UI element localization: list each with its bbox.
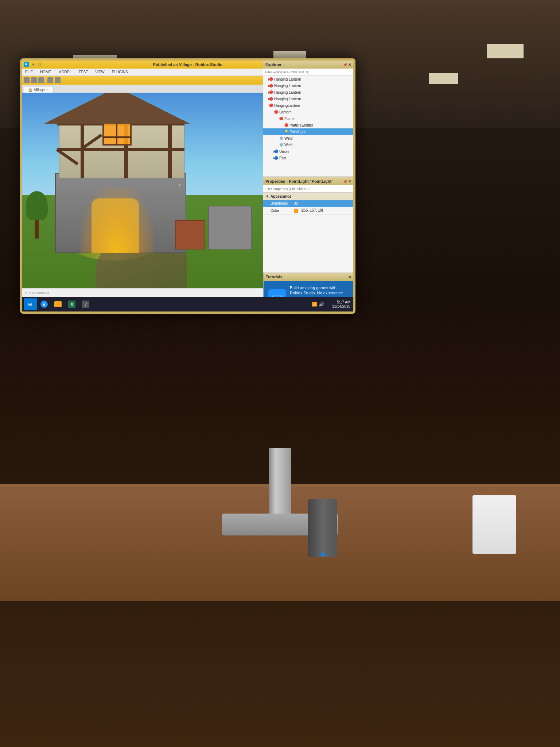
toolbar-icon-4[interactable] bbox=[47, 77, 53, 83]
start-button[interactable]: ⊞ bbox=[24, 298, 37, 310]
explorer-pin-icon[interactable]: 📌 bbox=[343, 63, 347, 67]
tutorials-close-icon[interactable]: ✕ bbox=[348, 275, 351, 279]
cursor-indicator bbox=[179, 185, 181, 187]
taskbar-volume-icon: 🔊 bbox=[319, 302, 324, 307]
tree-item-hanging-lantern-5[interactable]: ▼ 🔴 HangingLantern bbox=[263, 102, 353, 109]
tree-arrow-2: ▶ bbox=[263, 84, 268, 88]
toolbar-icon-3[interactable] bbox=[38, 77, 44, 83]
explorer-tree: ▶ 🔴 Hanging Lantern ▶ 🔴 Hanging Lantern … bbox=[263, 76, 353, 161]
viewport[interactable] bbox=[22, 93, 267, 297]
tab-close-icon[interactable]: ✕ bbox=[46, 88, 49, 92]
taskbar: ⊞ e X ? 📶 🔊 5:17 AM 11/14/2018 bbox=[22, 297, 353, 311]
tree-arrow-3: ▶ bbox=[263, 91, 268, 94]
tree-arrow-4: ▶ bbox=[263, 97, 268, 101]
menu-plugins[interactable]: PLUGINS bbox=[110, 69, 129, 75]
tree-left bbox=[26, 191, 48, 239]
command-input-label[interactable]: Run a command bbox=[25, 291, 49, 295]
menu-file[interactable]: FILE bbox=[24, 69, 34, 75]
explorer-search-input[interactable] bbox=[265, 70, 352, 74]
color-value-text: [255, 157, 19] bbox=[301, 208, 323, 212]
tree-item-point-light[interactable]: 💡 PointLight bbox=[263, 128, 353, 135]
taskbar-time: 5:17 AM bbox=[337, 300, 350, 304]
tree-item-union[interactable]: ▶ 🔵 Union bbox=[263, 148, 353, 155]
ceiling-light-5 bbox=[429, 73, 458, 84]
explorer-panel: Explorer 📌 ✕ ▶ 🔴 Hanging Lantern bbox=[263, 61, 353, 177]
tree-icon-2: 🔴 bbox=[268, 83, 273, 88]
power-adapter bbox=[472, 495, 516, 554]
menu-view[interactable]: VIEW bbox=[94, 69, 106, 75]
monitor-stand-neck bbox=[269, 448, 291, 521]
properties-section-appearance[interactable]: ▼ Appearance bbox=[263, 193, 353, 200]
toolbar-icon-1[interactable] bbox=[24, 77, 30, 83]
properties-close-icon[interactable]: ✕ bbox=[348, 179, 351, 183]
tree-item-hanging-lantern-1[interactable]: ▶ 🔴 Hanging Lantern bbox=[263, 76, 353, 82]
tree-label-6: Lantern bbox=[279, 110, 292, 114]
tree-icon-11: ⚙️ bbox=[279, 142, 284, 147]
tree-item-particle-emitter[interactable]: 🔴 ParticleEmitter bbox=[263, 122, 353, 128]
tree-label-3: Hanging Lantern bbox=[274, 90, 301, 94]
prop-value-color: [255, 157, 19] bbox=[292, 208, 353, 213]
toolbar-icon-5[interactable] bbox=[55, 77, 61, 83]
tab-village[interactable]: 🏠 Village ✕ bbox=[24, 87, 54, 93]
prop-row-color[interactable]: Color [255, 157, 19] bbox=[263, 207, 353, 214]
roblox-logo: R bbox=[24, 62, 29, 67]
bg-building-1 bbox=[208, 206, 252, 249]
explorer-search-bar[interactable] bbox=[263, 69, 353, 76]
beam-v-3 bbox=[168, 118, 172, 178]
explorer-title: Explorer bbox=[265, 62, 282, 67]
usb-hub-light bbox=[321, 553, 324, 556]
tree-label-12: Union bbox=[279, 150, 289, 154]
tree-label-4: Hanging Lantern bbox=[274, 97, 301, 101]
properties-search-bar[interactable] bbox=[263, 185, 353, 193]
tree-item-hanging-lantern-4[interactable]: ▶ 🔴 Hanging Lantern bbox=[263, 96, 353, 102]
tree-arrow-6: ▼ bbox=[263, 111, 273, 114]
explorer-close-icon[interactable]: ✕ bbox=[348, 63, 351, 67]
tree-icon-3: 🔴 bbox=[268, 90, 273, 95]
color-swatch[interactable] bbox=[294, 209, 298, 213]
tree-item-part[interactable]: ▶ 🔵 Part bbox=[263, 155, 353, 161]
door-entrance bbox=[92, 198, 139, 253]
prop-row-brightness[interactable]: Brightness 30 bbox=[263, 200, 353, 207]
tree-item-hanging-lantern-2[interactable]: ▶ 🔴 Hanging Lantern bbox=[263, 82, 353, 89]
properties-pin-icon[interactable]: 📌 bbox=[343, 179, 347, 183]
prop-value-brightness[interactable]: 30 bbox=[292, 201, 353, 205]
roof bbox=[44, 93, 190, 124]
tree-item-flame[interactable]: ▼ 🔴 Flame bbox=[263, 115, 353, 122]
command-bar: Run a command bbox=[22, 288, 267, 297]
tree-label-13: Part bbox=[279, 156, 286, 160]
tutorials-title: Tutorials bbox=[266, 275, 283, 279]
tree-item-weld-2[interactable]: ⚙️ Weld bbox=[263, 142, 353, 148]
usb-hub bbox=[308, 499, 337, 557]
menu-home[interactable]: HOME bbox=[39, 69, 52, 75]
taskbar-icon-folder[interactable] bbox=[51, 298, 65, 310]
beam-h-mid bbox=[57, 148, 184, 151]
properties-title: Properties - PointLight "PointLight" bbox=[265, 179, 333, 183]
taskbar-icon-other[interactable]: ? bbox=[79, 298, 92, 310]
ceiling-light-4 bbox=[487, 44, 524, 58]
taskbar-icon-excel[interactable]: X bbox=[65, 298, 78, 310]
menu-model[interactable]: MODEL bbox=[57, 69, 73, 75]
tree-icon-4: 🔴 bbox=[268, 96, 273, 101]
properties-search-input[interactable] bbox=[265, 187, 352, 191]
taskbar-network-icon: 📶 bbox=[312, 302, 317, 307]
section-arrow: ▼ bbox=[265, 194, 269, 198]
taskbar-icon-ie[interactable]: e bbox=[38, 298, 51, 310]
tree-icon-9: 💡 bbox=[284, 129, 289, 134]
tree-icon-13: 🔵 bbox=[273, 155, 279, 160]
tree-item-lantern[interactable]: ▼ 🔴 Lantern bbox=[263, 109, 353, 115]
bg-building-2 bbox=[175, 220, 205, 249]
tree-item-hanging-lantern-3[interactable]: ▶ 🔴 Hanging Lantern bbox=[263, 89, 353, 96]
tree-arrow-5: ▼ bbox=[263, 104, 268, 107]
taskbar-date: 11/14/2018 bbox=[332, 305, 350, 309]
toolbar-icon-2[interactable] bbox=[31, 77, 37, 83]
prop-name-brightness: Brightness bbox=[263, 201, 292, 205]
taskbar-clock[interactable]: 5:17 AM 11/14/2018 bbox=[332, 297, 352, 311]
tree-item-weld-1[interactable]: ⚙️ Weld bbox=[263, 135, 353, 142]
tree-label-10: Weld bbox=[284, 136, 293, 140]
explorer-controls: 📌 ✕ bbox=[343, 63, 351, 67]
tree-icon-6: 🔴 bbox=[273, 109, 279, 115]
tree-icon-10: ⚙️ bbox=[279, 136, 284, 141]
screen: R ★ ⬡ Published as Village - Roblox Stud… bbox=[22, 61, 353, 311]
menu-test[interactable]: TEST bbox=[77, 69, 90, 75]
tree-arrow-1: ▶ bbox=[263, 78, 268, 81]
